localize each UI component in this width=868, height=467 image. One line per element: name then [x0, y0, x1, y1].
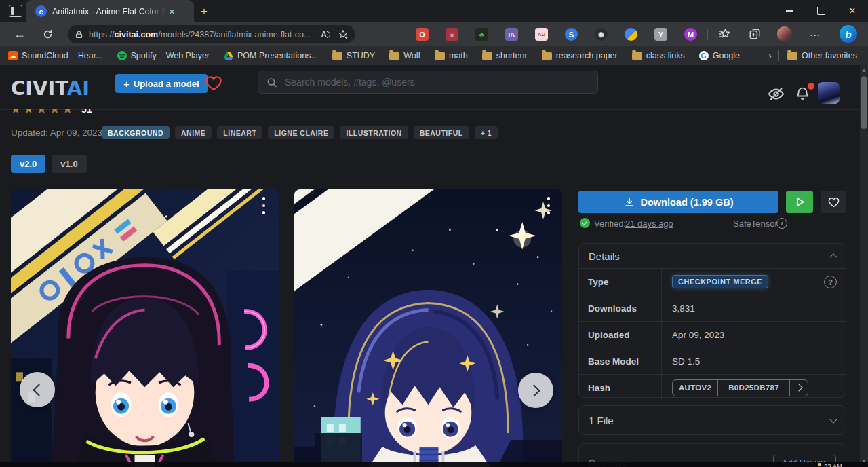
info-icon[interactable]: i: [776, 218, 787, 229]
updated-date: Updated: Apr 09, 2023: [11, 128, 102, 138]
preview-image-1[interactable]: [11, 189, 279, 467]
liked-models-heart-icon[interactable]: [204, 74, 223, 95]
window-minimize-button[interactable]: [774, 0, 805, 22]
notifications-bell-icon[interactable]: [795, 86, 810, 105]
soundcloud-icon: ☁: [8, 51, 18, 60]
toolbar-separator: [707, 29, 708, 40]
folder-icon: [332, 52, 342, 60]
like-button[interactable]: [821, 191, 846, 213]
read-aloud-icon[interactable]: A: [321, 30, 327, 39]
bookmark-google[interactable]: GGoogle: [699, 51, 740, 60]
bookmark-folder-wolf[interactable]: Wolf: [389, 51, 420, 60]
files-panel: 1 File: [578, 405, 846, 435]
refresh-button[interactable]: [42, 29, 54, 43]
version-selector: v2.0 v1.0: [11, 155, 87, 173]
taskbar-clock[interactable]: 33 AM: [818, 462, 842, 467]
tag-more[interactable]: + 1: [475, 126, 498, 139]
verified-time-link[interactable]: 21 days ago: [625, 219, 673, 229]
files-header[interactable]: 1 File: [579, 406, 846, 434]
verified-shield-icon: [580, 218, 590, 228]
upload-model-button[interactable]: +Upload a model: [115, 74, 208, 93]
bookmark-pom-presentations[interactable]: POM Presentations...: [224, 51, 318, 60]
civitai-logo[interactable]: CIVITAI: [11, 77, 90, 100]
files-title: 1 File: [589, 415, 614, 426]
extension-icon-7[interactable]: [625, 28, 637, 41]
details-header[interactable]: Details: [579, 244, 846, 268]
chevron-up-icon: [829, 253, 837, 261]
extension-icon-5[interactable]: S: [565, 28, 578, 41]
browser-tab[interactable]: c Aniflatmix - Anime Flat Color Sty ×: [26, 0, 194, 22]
window-close-button[interactable]: ×: [837, 0, 868, 22]
other-favorites[interactable]: Other favorites: [787, 51, 857, 60]
extension-icon-2[interactable]: ♣: [475, 28, 488, 41]
type-badge[interactable]: CHECKPOINT MERGE: [672, 275, 768, 288]
chevron-down-icon: [829, 415, 837, 423]
chevron-right-icon[interactable]: [790, 380, 808, 396]
taskbar-peek[interactable]: 33 AM: [0, 462, 868, 467]
notification-dot: [808, 83, 814, 90]
tag-anime[interactable]: ANIME: [175, 126, 212, 139]
hash-copy-group[interactable]: AUTOV2 B0D25DB787: [672, 379, 808, 396]
tag-beautiful[interactable]: BEAUTIFUL: [414, 126, 469, 139]
verified-row: Verified: 21 days ago SafeTensor i: [578, 218, 846, 230]
google-drive-icon: [224, 52, 233, 60]
browser-menu-icon[interactable]: ⋯: [810, 29, 821, 41]
scrollbar-up-arrow[interactable]: ▲: [861, 68, 867, 73]
extension-icon-9[interactable]: M: [684, 28, 697, 41]
address-bar[interactable]: https://civitai.com/models/24387/aniflat…: [68, 25, 355, 43]
extension-icon-0[interactable]: O: [416, 28, 429, 41]
details-panel: Details Type CHECKPOINT MERGE ? Download…: [578, 243, 846, 398]
user-avatar[interactable]: [818, 82, 840, 104]
download-icon: [624, 197, 635, 208]
version-v1[interactable]: v1.0: [52, 155, 86, 173]
bookmark-folder-reasearch-paper[interactable]: reasearch paper: [542, 51, 618, 60]
image-2-menu-icon[interactable]: [547, 197, 551, 214]
collections-icon[interactable]: [749, 28, 761, 43]
window-maximize-button[interactable]: [806, 0, 837, 22]
safetensor-label: SafeTensor: [733, 219, 778, 229]
new-tab-button[interactable]: +: [201, 5, 208, 18]
plus-icon: +: [123, 78, 130, 90]
clock-icon: [818, 463, 821, 466]
search-icon: [267, 77, 277, 88]
bing-chat-icon[interactable]: b: [840, 25, 857, 43]
tab-close-icon[interactable]: ×: [169, 6, 175, 16]
bookmark-folder-study[interactable]: STUDY: [332, 51, 375, 60]
search-input[interactable]: [283, 76, 589, 88]
run-model-button[interactable]: [786, 191, 813, 213]
tag-illustration[interactable]: ILLUSTRATION: [340, 126, 408, 139]
tag-background[interactable]: BACKGROUND: [102, 126, 170, 139]
image-1-menu-icon[interactable]: [262, 197, 266, 214]
folder-icon: [435, 52, 445, 60]
favorites-bar-icon[interactable]: [719, 28, 731, 43]
download-button[interactable]: Download (1.99 GB): [578, 191, 778, 213]
tab-actions-icon[interactable]: [9, 5, 22, 17]
extension-icon-6[interactable]: ◉: [595, 28, 608, 41]
extension-icon-8[interactable]: Y: [654, 28, 667, 41]
bookmark-soundcloud[interactable]: ☁SoundCloud – Hear...: [8, 51, 103, 60]
carousel-next-button[interactable]: [518, 373, 553, 408]
version-v2[interactable]: v2.0: [11, 155, 45, 173]
tag-lineart[interactable]: LINEART: [217, 126, 262, 139]
tag-ligne-claire[interactable]: LIGNE CLAIRE: [268, 126, 334, 139]
preview-image-2[interactable]: [294, 189, 562, 467]
bookmark-spotify[interactable]: Spotify – Web Player: [117, 51, 210, 60]
bookmark-folder-class-links[interactable]: class links: [632, 51, 685, 60]
question-icon[interactable]: ?: [824, 276, 837, 288]
carousel-prev-button[interactable]: [20, 372, 55, 407]
hide-eye-icon[interactable]: [768, 86, 785, 105]
bookmark-folder-math[interactable]: math: [435, 51, 468, 60]
extension-icon-4[interactable]: AD: [535, 28, 548, 41]
site-header: CIVITAI +Upload a model: [0, 65, 868, 110]
extension-icon-3[interactable]: IA: [505, 28, 518, 41]
add-favorite-star-icon[interactable]: [338, 29, 349, 40]
back-button[interactable]: ←: [14, 28, 26, 40]
rating-stars[interactable]: ★★★★★ 51: [10, 109, 159, 117]
bookmarks-overflow-chevron[interactable]: ›: [768, 50, 772, 61]
scrollbar-thumb[interactable]: [861, 76, 867, 129]
heart-icon: [827, 196, 840, 208]
bookmark-folder-shortenr[interactable]: shortenr: [482, 51, 528, 60]
browser-profile-avatar[interactable]: [777, 26, 792, 41]
search-bar[interactable]: [258, 71, 598, 94]
extension-icon-1[interactable]: »: [446, 28, 458, 41]
